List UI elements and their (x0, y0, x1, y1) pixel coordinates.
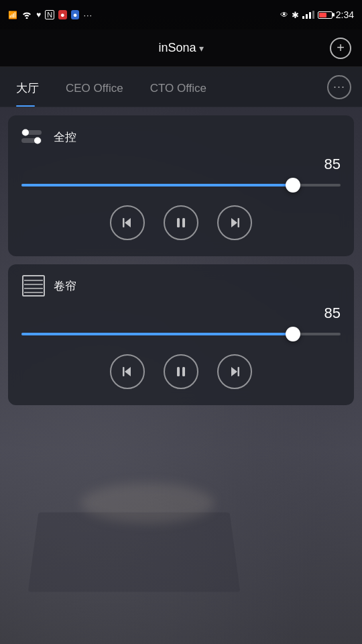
svg-point-5 (22, 129, 29, 136)
card-header-2: 卷帘 (21, 278, 341, 294)
juan-lian-value: 85 (21, 305, 341, 322)
svg-rect-21 (177, 367, 180, 376)
nav-chevron-icon: ▾ (199, 43, 204, 54)
svg-rect-22 (182, 367, 185, 376)
top-nav: inSona ▾ + (0, 30, 362, 67)
svg-rect-24 (238, 367, 240, 376)
sim-icon: 📶 (8, 11, 17, 19)
quan-kong-value: 85 (21, 156, 341, 173)
signal-icon (302, 11, 314, 19)
battery-icon (318, 11, 333, 19)
slider-thumb-1[interactable] (286, 178, 300, 193)
svg-marker-23 (231, 367, 237, 376)
svg-marker-8 (125, 218, 131, 227)
svg-rect-10 (177, 218, 180, 227)
quan-kong-title: 全控 (54, 129, 76, 145)
app1-icon: ● (58, 10, 67, 19)
svg-rect-11 (182, 218, 185, 227)
juan-lian-title: 卷帘 (54, 278, 76, 294)
status-right-icons: 👁 ✱ 2:34 (280, 9, 354, 20)
juan-lian-transport (21, 354, 341, 389)
add-button[interactable]: + (330, 38, 351, 59)
status-bar: 📶 ♥ N ● ● ··· 👁 ✱ 2:34 (0, 0, 362, 30)
eye-icon: 👁 (280, 10, 288, 19)
prev-button-2[interactable] (110, 354, 145, 389)
tab-da-ting[interactable]: 大厅 (11, 67, 52, 107)
quan-kong-icon (21, 129, 46, 145)
juan-lian-card: 卷帘 85 (8, 264, 354, 405)
tab-cto-office[interactable]: CTO Office (137, 68, 220, 106)
juan-lian-icon (21, 278, 46, 294)
app-title: inSona (158, 41, 196, 55)
quan-kong-slider[interactable] (21, 178, 341, 192)
juan-lian-slider[interactable] (21, 327, 341, 341)
tabs-section: 大厅 CEO Office CTO Office ··· (0, 67, 362, 107)
svg-rect-2 (309, 12, 311, 19)
prev-button-1[interactable] (110, 205, 145, 240)
svg-rect-3 (312, 11, 314, 19)
slider-fill-2 (21, 333, 293, 335)
quan-kong-transport (21, 205, 341, 240)
slider-fill-1 (21, 184, 293, 186)
next-button-1[interactable] (217, 205, 252, 240)
quan-kong-card: 全控 85 (8, 115, 354, 256)
time-display: 2:34 (336, 9, 354, 20)
cards-container: 全控 85 (0, 107, 362, 413)
svg-rect-1 (306, 14, 308, 19)
tab-ceo-office[interactable]: CEO Office (52, 68, 137, 106)
status-left-icons: 📶 ♥ N ● ● ··· (8, 10, 93, 20)
next-button-2[interactable] (217, 354, 252, 389)
svg-rect-20 (123, 367, 125, 376)
svg-marker-12 (231, 218, 237, 227)
card-header-1: 全控 (21, 129, 341, 145)
svg-rect-13 (238, 218, 240, 227)
main-content: 大厅 CEO Office CTO Office ··· 全控 (0, 67, 362, 413)
pause-button-1[interactable] (164, 205, 198, 240)
pause-button-2[interactable] (164, 354, 198, 389)
bluetooth-icon: ✱ (292, 10, 299, 20)
svg-marker-19 (125, 367, 131, 376)
svg-point-7 (34, 138, 41, 144)
svg-rect-0 (302, 16, 304, 19)
svg-rect-9 (123, 218, 125, 227)
wifi-icon (21, 11, 32, 19)
tab-more-button[interactable]: ··· (327, 75, 351, 99)
nav-title[interactable]: inSona ▾ (158, 41, 203, 55)
health-icon: ♥ (36, 10, 41, 19)
notification-icon: N (45, 10, 54, 19)
more-dots-icon: ··· (83, 10, 93, 20)
app2-icon: ● (71, 10, 80, 19)
slider-thumb-2[interactable] (286, 327, 300, 341)
